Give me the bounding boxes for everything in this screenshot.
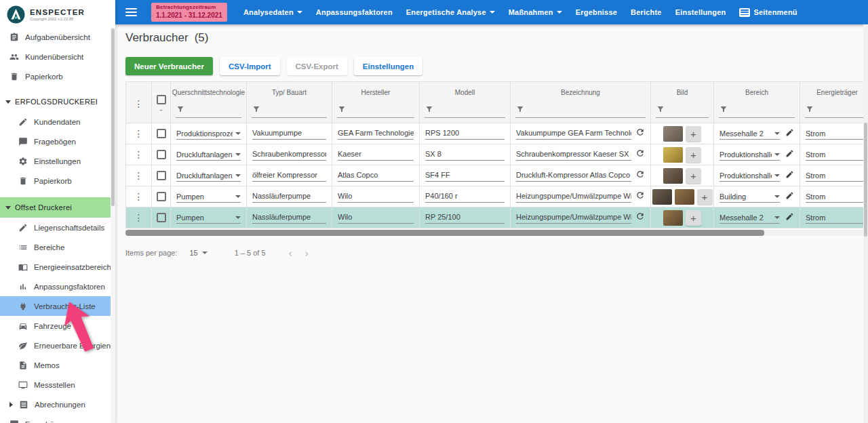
refresh-icon[interactable] bbox=[635, 127, 645, 140]
filter-control[interactable] bbox=[425, 104, 505, 118]
sidebar-scrollbar[interactable] bbox=[111, 27, 115, 423]
sidebar-item-messstellen[interactable]: Messstellen bbox=[0, 375, 111, 395]
nav-item-seitenmenü[interactable]: Seitenmenü bbox=[732, 0, 804, 24]
previous-page-button[interactable]: ‹ bbox=[289, 247, 293, 259]
filter-control[interactable] bbox=[176, 104, 241, 118]
select-all-checkbox[interactable] bbox=[157, 95, 166, 104]
modell-input[interactable]: SX 8 bbox=[425, 148, 505, 161]
sidebar-item-aufgabenübersicht[interactable]: Aufgabenübersicht bbox=[0, 27, 111, 47]
energietraeger-select[interactable]: Strom bbox=[806, 212, 868, 224]
edit-bereich-button[interactable] bbox=[785, 148, 794, 161]
bezeichnung-input[interactable]: Heizungspumpe/Umwälzpumpe Wilo P40/160 bbox=[516, 190, 631, 203]
consumer-photo-thumbnail[interactable] bbox=[663, 210, 683, 226]
column-header-energieträger[interactable]: Energieträger bbox=[816, 89, 858, 96]
typ-bauart-input[interactable]: Vakuumpumpe bbox=[252, 127, 326, 140]
row-checkbox[interactable] bbox=[157, 150, 166, 159]
sidebar-item-kundendaten[interactable]: Kundendaten bbox=[0, 112, 111, 132]
page-scrollbar[interactable] bbox=[863, 24, 868, 423]
typ-bauart-input[interactable]: Nassläuferpumpe bbox=[252, 212, 326, 224]
nav-item-analysedaten[interactable]: Analysedaten bbox=[237, 0, 309, 24]
typ-bauart-input[interactable]: Nassläuferpumpe bbox=[252, 190, 326, 203]
edit-bereich-button[interactable] bbox=[785, 190, 794, 203]
sidebar-item-papierkorb[interactable]: Papierkorb bbox=[0, 66, 111, 86]
bereich-select[interactable]: Produktionshalle bbox=[719, 169, 780, 182]
row-checkbox[interactable] bbox=[157, 171, 166, 180]
querschnittstechnologie-select[interactable]: Produktionsprozesse bbox=[176, 127, 241, 140]
column-header-querschnittstechnologie[interactable]: Querschnittstechnologie bbox=[172, 89, 245, 96]
energietraeger-select[interactable]: Strom bbox=[806, 148, 868, 161]
row-menu-button[interactable]: ⋮ bbox=[134, 150, 144, 159]
nav-item-einstellungen[interactable]: Einstellungen bbox=[669, 0, 733, 24]
app-logo[interactable]: ENSPECTER Copyright 2022 v.1.22.85 bbox=[0, 0, 115, 27]
edit-bereich-button[interactable] bbox=[785, 212, 794, 224]
sidebar-item-liegenschaftsdetails[interactable]: Liegenschaftsdetails bbox=[0, 218, 111, 237]
next-page-button[interactable]: › bbox=[304, 247, 309, 259]
energietraeger-select[interactable]: Strom bbox=[806, 190, 868, 203]
nav-item-berichte[interactable]: Berichte bbox=[624, 0, 669, 24]
hersteller-input[interactable]: Atlas Copco bbox=[338, 169, 414, 182]
sidebar-item-kundenübersicht[interactable]: Kundenübersicht bbox=[0, 47, 111, 66]
hersteller-input[interactable]: Kaeser bbox=[338, 148, 414, 161]
filter-control[interactable] bbox=[805, 104, 868, 118]
neuer-verbraucher-button[interactable]: Neuer Verbraucher bbox=[125, 57, 213, 75]
nav-item-ergebnisse[interactable]: Ergebnisse bbox=[569, 0, 624, 24]
horizontal-scrollbar-thumb[interactable] bbox=[125, 230, 764, 236]
sidebar-item-bereiche[interactable]: Bereiche bbox=[0, 237, 111, 257]
column-header-typ-bauart[interactable]: Typ/ Bauart bbox=[272, 89, 307, 96]
hersteller-input[interactable]: GEA Farm Technologies bbox=[338, 127, 414, 140]
consumer-photo-thumbnail[interactable] bbox=[663, 147, 683, 163]
filter-control[interactable] bbox=[515, 104, 646, 118]
bezeichnung-input[interactable]: Vakuumpumpe GEA Farm Technologies RPS 12… bbox=[516, 127, 631, 140]
bezeichnung-input[interactable]: Druckluft-Kompressor Atlas Copco SF4 FF bbox=[516, 169, 631, 182]
sidebar-item-erfolgsdruckerei[interactable]: ERFOLGSDRUCKEREI bbox=[0, 92, 111, 112]
typ-bauart-input[interactable]: Schraubenkompressor bbox=[252, 148, 326, 161]
sidebar-item-anpassungsfaktoren[interactable]: Anpassungsfaktoren bbox=[0, 277, 111, 296]
bezeichnung-input[interactable]: Schraubenkompressor Kaeser SX 8 bbox=[516, 148, 631, 161]
add-image-button[interactable]: + bbox=[686, 126, 701, 142]
energietraeger-select[interactable]: Strom bbox=[806, 169, 868, 182]
modell-input[interactable]: RPS 1200 bbox=[425, 127, 505, 140]
bereich-select[interactable]: Produktionshalle bbox=[719, 148, 780, 161]
sidebar-item-papierkorb[interactable]: Papierkorb bbox=[0, 171, 111, 190]
sidebar-item-memos[interactable]: Memos bbox=[0, 355, 111, 375]
nav-item-maßnahmen[interactable]: Maßnahmen bbox=[502, 0, 569, 24]
sidebar-item-energieeinsatzbereiche[interactable]: Energieeinsatzbereiche bbox=[0, 257, 111, 277]
add-image-button[interactable]: + bbox=[686, 168, 701, 184]
add-image-button[interactable]: + bbox=[686, 210, 701, 226]
querschnittstechnologie-select[interactable]: Pumpen bbox=[176, 190, 241, 203]
column-header-modell[interactable]: Modell bbox=[455, 89, 475, 96]
querschnittstechnologie-select[interactable]: Druckluftanlagen bbox=[176, 148, 241, 161]
add-image-button[interactable]: + bbox=[697, 189, 713, 205]
row-checkbox[interactable] bbox=[157, 213, 166, 222]
row-menu-button[interactable]: ⋮ bbox=[134, 192, 144, 201]
row-menu-button[interactable]: ⋮ bbox=[134, 129, 144, 138]
querschnittstechnologie-select[interactable]: Pumpen bbox=[176, 212, 241, 224]
einstellungen-button[interactable]: Einstellungen bbox=[354, 57, 422, 75]
sidebar-item-fragebögen[interactable]: Fragebögen bbox=[0, 414, 111, 423]
sidebar-item-einstellungen[interactable]: Einstellungen bbox=[0, 151, 111, 171]
nav-item-energetische-analyse[interactable]: Energetische Analyse bbox=[399, 0, 502, 24]
items-per-page-select[interactable]: 15 bbox=[185, 246, 211, 260]
horizontal-scrollbar[interactable] bbox=[125, 230, 868, 236]
filter-control[interactable] bbox=[337, 104, 414, 118]
csv-export-button[interactable]: CSV-Export bbox=[287, 57, 347, 75]
refresh-icon[interactable] bbox=[635, 190, 645, 203]
row-menu-button[interactable]: ⋮ bbox=[134, 171, 144, 180]
column-header-bild[interactable]: Bild bbox=[677, 89, 688, 96]
filter-control[interactable] bbox=[252, 104, 327, 118]
edit-bereich-button[interactable] bbox=[785, 169, 794, 182]
modell-input[interactable]: P40/160 r bbox=[425, 190, 505, 203]
hersteller-input[interactable]: Wilo bbox=[338, 212, 414, 224]
nav-item-anpassungsfaktoren[interactable]: Anpassungsfaktoren bbox=[309, 0, 399, 24]
consumer-photo-thumbnail[interactable] bbox=[652, 189, 672, 205]
csv-import-button[interactable]: CSV-Import bbox=[220, 57, 280, 75]
column-header-bereich[interactable]: Bereich bbox=[745, 89, 768, 96]
period-selector[interactable]: Betrachtungszeitraum 1.1.2021 - 31.12.20… bbox=[151, 3, 227, 22]
page-scrollbar-thumb[interactable] bbox=[864, 123, 867, 237]
refresh-icon[interactable] bbox=[635, 169, 645, 182]
consumer-photo-thumbnail[interactable] bbox=[663, 126, 683, 142]
row-menu-button[interactable]: ⋮ bbox=[134, 213, 144, 222]
add-image-button[interactable]: + bbox=[686, 147, 701, 163]
bereich-select[interactable]: Building bbox=[719, 190, 780, 203]
refresh-icon[interactable] bbox=[635, 212, 645, 224]
